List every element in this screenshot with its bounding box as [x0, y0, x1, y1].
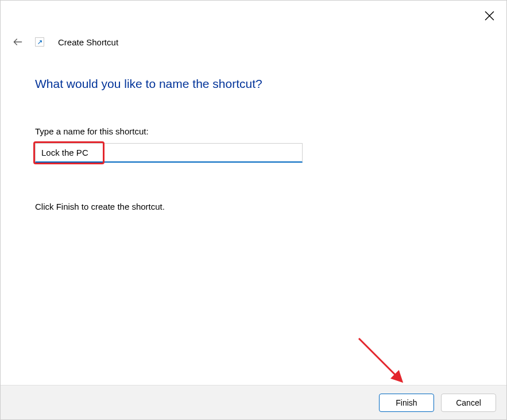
wizard-title: Create Shortcut	[58, 37, 118, 47]
instruction-text: Click Finish to create the shortcut.	[35, 202, 472, 211]
footer-bar: Finish Cancel	[1, 385, 506, 419]
back-arrow-icon	[12, 36, 24, 48]
close-button[interactable]	[482, 9, 496, 22]
name-input-wrap	[35, 143, 303, 163]
finish-button[interactable]: Finish	[379, 394, 434, 412]
shortcut-name-input[interactable]	[35, 143, 303, 163]
header-row: Create Shortcut	[11, 35, 118, 49]
page-heading: What would you like to name the shortcut…	[35, 77, 472, 91]
svg-line-3	[359, 338, 401, 381]
content-area: What would you like to name the shortcut…	[35, 77, 472, 211]
back-button[interactable]	[11, 35, 25, 49]
close-icon	[485, 11, 494, 21]
shortcut-icon	[35, 37, 44, 47]
name-field-label: Type a name for this shortcut:	[35, 126, 472, 136]
cancel-button[interactable]: Cancel	[441, 394, 496, 412]
